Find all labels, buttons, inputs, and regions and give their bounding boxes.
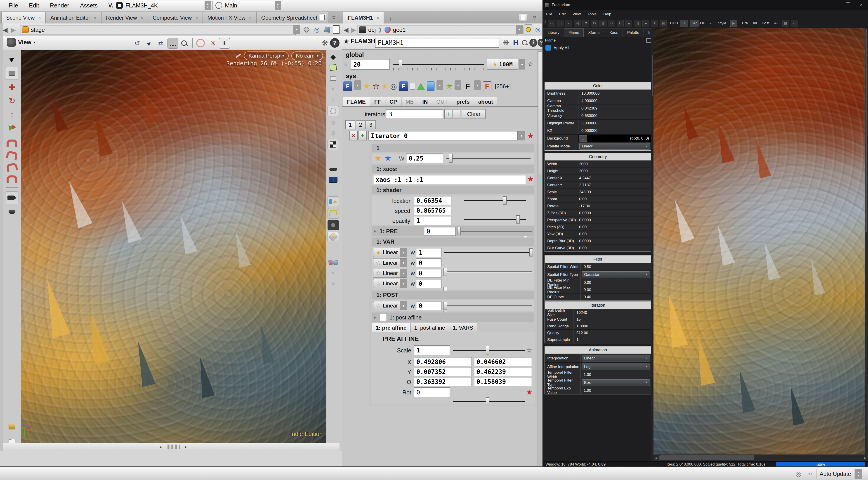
gear-icon[interactable]: ❋ — [501, 38, 511, 48]
render-vscrollbar[interactable] — [865, 28, 868, 454]
render-gear-icon[interactable] — [328, 220, 339, 230]
iterator-name-field[interactable]: Iterator_0 — [368, 131, 518, 140]
iterators-count-field[interactable]: 3 — [386, 109, 443, 119]
weight-field[interactable]: 0.25 — [406, 153, 443, 163]
pre-blur-slider[interactable] — [458, 227, 532, 236]
geometry-info-icon[interactable] — [328, 197, 339, 207]
param-value[interactable]: 10240 — [574, 309, 651, 316]
param-value[interactable]: 9.00 — [581, 286, 651, 293]
scale-field[interactable]: 1 — [414, 345, 450, 355]
param-value[interactable]: 243.09 — [576, 189, 651, 196]
var3-weight-field[interactable]: 0 — [416, 269, 441, 278]
all2-label[interactable]: All — [774, 21, 778, 26]
location-field[interactable]: 0.66354 — [414, 196, 452, 205]
sys-circles-icon[interactable]: ◎ — [390, 82, 397, 91]
render-hscrollbar[interactable]: ◀ ▶ — [653, 454, 868, 461]
param-value[interactable]: 2.7187 — [576, 182, 651, 188]
param-value[interactable]: 0.00 — [576, 231, 651, 238]
sys-star3-icon[interactable]: ★ — [382, 83, 388, 90]
weight-blue-star-icon[interactable]: ★ — [384, 155, 391, 162]
param-value[interactable]: 2000 — [576, 161, 651, 168]
o2-field[interactable]: 0.158039 — [474, 377, 532, 386]
tab-out[interactable]: OUT — [432, 97, 452, 107]
param-value[interactable]: 5.000000 — [579, 119, 651, 127]
style-label[interactable]: Style — [718, 21, 726, 26]
iterator-tab-3[interactable]: 3 — [366, 121, 376, 129]
post-var-weight-slider[interactable] — [444, 301, 532, 310]
sys-tag-icon[interactable] — [410, 83, 415, 90]
select-tool-icon[interactable]: ► — [3, 50, 21, 68]
radial-menu-icon[interactable]: ◎ — [534, 25, 541, 34]
var2-weight-field[interactable]: 0 — [416, 258, 441, 267]
pane-window-icon[interactable] — [318, 13, 327, 21]
sys-star1-icon[interactable]: ★ — [363, 83, 370, 90]
param-value[interactable]: 1 — [574, 336, 651, 343]
background-picker-button[interactable]: ... — [579, 135, 587, 142]
x1-field[interactable]: 0.492806 — [414, 357, 472, 366]
node-type-button[interactable]: ★ FLAM3H ▾ — [343, 38, 378, 45]
box-select-icon[interactable] — [167, 38, 178, 48]
xaos-star-icon[interactable]: ★ — [527, 176, 534, 182]
sys-blue-f-icon[interactable]: F — [399, 81, 408, 91]
tab-geometry-spreadsheet[interactable]: Geometry Spreadsheet× — [256, 12, 328, 24]
camera-view-icon[interactable] — [5, 192, 19, 204]
sys-star2-icon[interactable]: ☆ — [372, 83, 379, 90]
maximize-icon[interactable] — [846, 2, 850, 7]
path-field[interactable]: stage — [20, 25, 296, 35]
iterator-tab-2[interactable]: 2 — [355, 121, 365, 129]
spatial-filter-type-dropdown[interactable]: Gaussian▾ — [582, 271, 650, 278]
tab-mb[interactable]: MB — [401, 97, 418, 107]
iterator-dropdown-icon[interactable]: ▾ — [518, 131, 525, 140]
tab-flam3h1[interactable]: FLAM3H1× — [343, 12, 384, 24]
var1-type-dropdown[interactable]: ★Linear▾ — [373, 248, 407, 257]
zoom-region-icon[interactable] — [180, 38, 190, 48]
tab-vars[interactable]: 1: VARS — [449, 323, 477, 332]
memory-brain-icon[interactable]: ◎ — [794, 469, 803, 479]
forward-icon[interactable]: ▶ — [351, 26, 356, 34]
clear-button[interactable]: Clear — [462, 109, 486, 119]
pane-window-icon[interactable] — [519, 13, 527, 21]
path-dropdown-icon[interactable]: ▾ — [516, 25, 523, 34]
y2-field[interactable]: 0.462239 — [474, 367, 532, 376]
node-path-field[interactable]: obj ❯ geo1 — [357, 25, 518, 35]
sys-rainbow-star-icon[interactable]: ★ — [445, 83, 453, 90]
fr-tab-flame[interactable]: Flame — [564, 29, 584, 37]
weight-orange-star-icon[interactable]: ★ — [375, 155, 381, 162]
pre-blur-field[interactable]: 0 — [424, 227, 456, 236]
render-flipbook-icon[interactable] — [6, 420, 18, 433]
cube-icon[interactable] — [323, 25, 332, 34]
display-options-icon[interactable]: ❋ — [320, 38, 330, 48]
param-value[interactable]: 0.00 — [576, 196, 651, 203]
menu-file[interactable]: File — [3, 0, 24, 11]
fr-tab-xaos[interactable]: Xaos — [605, 29, 623, 37]
var1-weight-field[interactable]: 1 — [416, 248, 441, 257]
var2-weight-slider[interactable] — [444, 267, 532, 276]
settings-gear-icon[interactable]: ✳ — [651, 20, 658, 27]
close-icon[interactable]: × — [377, 15, 379, 21]
palette-mode-dropdown[interactable]: Linear▾ — [579, 143, 650, 150]
sys-dropdown-icon[interactable]: ▾ — [354, 80, 361, 90]
apply-all-checkbox[interactable] — [546, 45, 551, 50]
sys-f-black-icon[interactable]: F — [463, 81, 472, 91]
new-flame-icon[interactable]: ▱ — [548, 20, 555, 27]
ellipse-icon[interactable]: ● — [643, 20, 649, 27]
search-icon[interactable] — [521, 38, 529, 48]
link-cook-icon[interactable]: ∞ — [805, 469, 815, 479]
tab-pre-affine[interactable]: 1: pre affine — [372, 323, 410, 332]
collapse-icon[interactable]: ► — [373, 315, 377, 320]
all1-label[interactable]: All — [753, 21, 757, 26]
fr-tab-library[interactable]: Library — [543, 29, 564, 37]
back-icon[interactable]: ◀ — [3, 26, 8, 34]
rot-field[interactable]: 0 — [414, 387, 450, 397]
tab-scene-view[interactable]: Scene View× — [1, 12, 46, 24]
bake-100m-button[interactable]: ★100M — [487, 59, 518, 70]
param-value[interactable]: 0.0000 — [576, 210, 651, 216]
sys-sierpinski-icon[interactable] — [417, 83, 425, 90]
pencil-icon[interactable] — [236, 53, 241, 58]
param-panel-scrollbar[interactable] — [651, 28, 653, 462]
global-star-icon[interactable]: ☆ — [528, 61, 534, 68]
path-dropdown-icon[interactable]: ▾ — [293, 25, 300, 34]
param-value[interactable]: 0.0000 — [576, 238, 651, 244]
param-value[interactable]: 10.000000 — [579, 90, 651, 97]
scroll-left-icon[interactable]: ◀ — [653, 456, 659, 460]
